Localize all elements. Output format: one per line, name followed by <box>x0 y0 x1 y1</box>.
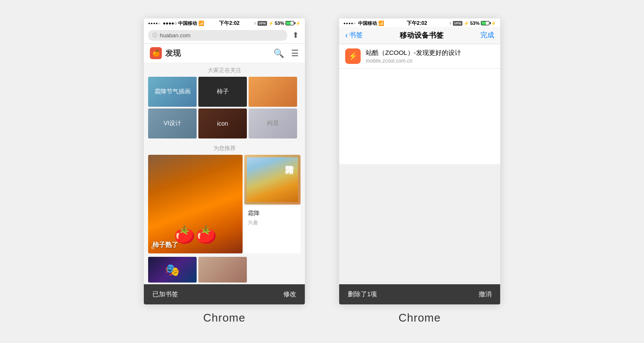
bt-icon-2: ⚡ <box>464 21 469 26</box>
phone1-label: Chrome <box>203 311 245 325</box>
bookmark-title: 站酷（ZCOOL）-发现更好的设计 <box>366 49 494 57</box>
wifi-icon-2: 📶 <box>378 21 384 26</box>
charge-icon-2: ⚡ <box>491 21 496 26</box>
carrier-label-2: 中国移动 <box>358 20 377 27</box>
bookmark-list: ⚡ 站酷（ZCOOL）-发现更好的设计 mobile.zcool.com.cn <box>339 44 500 164</box>
status-right-2: ↑ VPN ⚡ 53% ⚡ <box>450 21 496 26</box>
trend-item-1[interactable]: 霜降节气插画 <box>148 77 197 107</box>
bookmark-info: 站酷（ZCOOL）-发现更好的设计 mobile.zcool.com.cn <box>366 49 494 64</box>
trend-item-6[interactable]: 柯星 <box>249 108 297 138</box>
rec-left-label: 柿子熟了 <box>152 241 178 249</box>
app-header: 🍊 发现 🔍 ☰ <box>144 44 305 63</box>
chevron-left-icon: ‹ <box>345 31 348 40</box>
time-label-2: 下午2:02 <box>407 20 427 27</box>
preview-2[interactable] <box>198 257 247 283</box>
app-logo: 🍊 <box>150 47 162 59</box>
trending-label: 大家正在关注 <box>144 63 305 77</box>
menu-icon[interactable]: ☰ <box>291 48 299 58</box>
battery-percent: 53% <box>275 21 284 26</box>
preview-row: 🎭 <box>144 255 305 283</box>
url-field[interactable]: ⓘ huaban.com <box>148 30 287 41</box>
battery-fill-2 <box>481 21 486 25</box>
phone1-screen: ●●●●○ ●●●●○ 中国移动 📶 下午2:02 ↑ VPN ⚡ 53% ⚡ … <box>144 18 305 304</box>
trend-item-3[interactable] <box>249 77 297 107</box>
done-button[interactable]: 完成 <box>480 31 494 40</box>
url-bar: ⓘ huaban.com ⬆ <box>144 27 305 44</box>
trending-grid: 霜降节气插画 柿子 VI设计 icon 柯星 <box>144 77 305 138</box>
status-left-1: ●●●●○ ●●●●○ 中国移动 📶 <box>148 20 204 27</box>
app-title: 发现 <box>165 48 273 58</box>
charge-icon: ⚡ <box>295 21 301 26</box>
battery-bar-2 <box>481 21 489 25</box>
share-icon[interactable]: ⬆ <box>291 30 301 41</box>
lock-icon: ⓘ <box>152 32 157 39</box>
battery-percent-2: 53% <box>470 21 480 26</box>
preview-1[interactable]: 🎭 <box>148 257 197 283</box>
delete-status: 删除了1项 <box>348 290 377 298</box>
location-icon: ↑ <box>254 21 256 26</box>
vpn-badge-2: VPN <box>453 21 462 26</box>
bottom-bar-2: 删除了1项 撤消 <box>339 284 500 304</box>
undo-button[interactable]: 撤消 <box>479 290 492 298</box>
battery-bar <box>286 21 294 25</box>
back-button[interactable]: ‹ 书签 <box>345 31 363 40</box>
bt-icon: ⚡ <box>268 21 273 26</box>
bookmark-url: mobile.zcool.com.cn <box>366 58 494 64</box>
url-text: huaban.com <box>160 32 191 39</box>
edit-button[interactable]: 修改 <box>283 290 296 298</box>
status-bar-1: ●●●●○ ●●●●○ 中国移动 📶 下午2:02 ↑ VPN ⚡ 53% ⚡ <box>144 18 305 27</box>
search-icon[interactable]: 🔍 <box>273 48 284 58</box>
location-icon-2: ↑ <box>450 21 452 26</box>
phone2-wrapper: ●●●●○ 中国移动 📶 下午2:02 ↑ VPN ⚡ 53% ⚡ ‹ 书签 <box>339 18 500 325</box>
signal-icon-2: ●●●●○ <box>343 21 356 25</box>
rec-right-top[interactable]: 霜降 <box>244 155 301 205</box>
rec-title: 霜降 <box>248 210 297 217</box>
bottom-bar-1: 已加书签 修改 <box>144 284 305 304</box>
trend-item-4[interactable]: VI设计 <box>148 108 197 138</box>
status-left-2: ●●●●○ 中国移动 📶 <box>343 20 384 27</box>
back-label: 书签 <box>349 31 363 40</box>
nav-title: 移动设备书签 <box>400 30 444 40</box>
nav-bar: ‹ 书签 移动设备书签 完成 <box>339 27 500 44</box>
favicon-icon: ⚡ <box>345 48 361 64</box>
wifi-icon: 📶 <box>198 21 204 26</box>
bookmark-item[interactable]: ⚡ 站酷（ZCOOL）-发现更好的设计 mobile.zcool.com.cn <box>339 44 500 69</box>
status-right-1: ↑ VPN ⚡ 53% ⚡ <box>254 21 301 26</box>
carrier-label: ●●●●○ 中国移动 <box>163 20 197 27</box>
phone1-wrapper: ●●●●○ ●●●●○ 中国移动 📶 下午2:02 ↑ VPN ⚡ 53% ⚡ … <box>144 18 305 325</box>
recommend-label: 为您推荐 <box>144 142 305 155</box>
empty-area <box>339 164 500 284</box>
status-bar-2: ●●●●○ 中国移动 📶 下午2:02 ↑ VPN ⚡ 53% ⚡ <box>339 18 500 27</box>
battery-fill <box>286 21 291 25</box>
trend-item-2[interactable]: 柿子 <box>198 77 247 107</box>
rec-left-card[interactable]: 🍅🍅 ⑆ 柿子熟了 <box>148 155 243 253</box>
rec-right-cards: 霜降 霜降 兴趣 <box>244 155 301 253</box>
bookmark-status: 已加书签 <box>152 290 178 298</box>
trend-item-5[interactable]: icon <box>198 108 247 138</box>
time-label: 下午2:02 <box>219 20 240 27</box>
signal-icon: ●●●●○ <box>148 21 161 25</box>
phone2-screen: ●●●●○ 中国移动 📶 下午2:02 ↑ VPN ⚡ 53% ⚡ ‹ 书签 <box>339 18 500 304</box>
phone2-label: Chrome <box>398 311 440 325</box>
header-icons: 🔍 ☰ <box>273 48 299 58</box>
rec-subtitle: 兴趣 <box>248 219 297 226</box>
content-area: 大家正在关注 霜降节气插画 柿子 VI设计 icon <box>144 63 305 284</box>
recommend-grid: 🍅🍅 ⑆ 柿子熟了 霜降 霜降 兴趣 <box>144 155 305 253</box>
rec-right-bottom[interactable]: 霜降 兴趣 <box>244 206 301 253</box>
vpn-badge: VPN <box>258 21 267 26</box>
